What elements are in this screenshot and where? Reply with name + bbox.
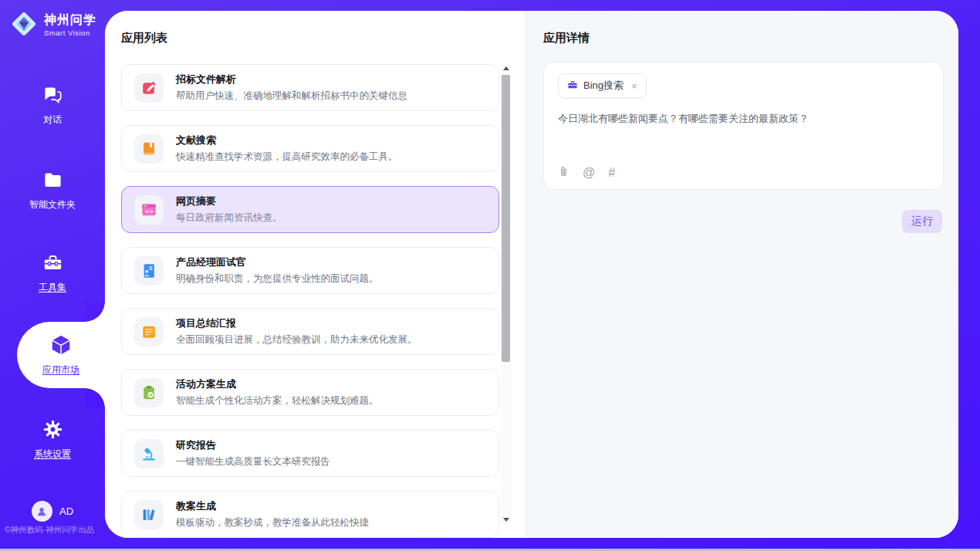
brand-diamond-icon — [9, 9, 39, 42]
paperclip-icon[interactable] — [558, 165, 569, 181]
gear-icon — [42, 419, 63, 442]
toolbox-icon — [42, 252, 63, 276]
brand-title: 神州问学 — [44, 14, 96, 27]
calendar-note-icon — [134, 317, 164, 346]
app-card-desc: 每日政府新闻资讯快查。 — [176, 211, 282, 225]
app-card-desc: 模板驱动，教案秒成，教学准备从此轻松快捷 — [176, 516, 369, 529]
sidebar-item-app-market[interactable]: 应用市场 — [17, 322, 105, 388]
cube-icon — [49, 333, 73, 359]
scrollbar-up-arrow-icon[interactable] — [501, 64, 511, 73]
app-card-title: 招标文件解析 — [176, 73, 407, 86]
sidebar-item-label: 工具集 — [39, 281, 66, 294]
app-detail-panel: 应用详情 Bing搜索 × 今日湖北有哪些新闻要点？有哪些需要关注的最新政策？ — [525, 11, 958, 538]
tool-tag-label: Bing搜索 — [583, 79, 623, 93]
app-card[interactable]: 文献搜索 快速精准查找学术资源，提高研究效率的必备工具。 — [121, 125, 499, 172]
book-icon — [134, 134, 164, 164]
user-account[interactable]: AD — [0, 501, 105, 522]
run-button[interactable]: 运行 — [902, 210, 942, 233]
app-card-list: 招标文件解析 帮助用户快速、准确地理解和解析招标书中的关键信息 文献搜索 — [121, 64, 499, 538]
content-area: 应用列表 招标文件解析 帮助用户快速、准确地理解和解析招标书中的关键信息 — [105, 11, 958, 538]
query-composer[interactable]: Bing搜索 × 今日湖北有哪些新闻要点？有哪些需要关注的最新政策？ @ # — [543, 62, 944, 190]
list-scrollbar[interactable] — [501, 64, 511, 524]
app-card[interactable]: 招标文件解析 帮助用户快速、准确地理解和解析招标书中的关键信息 — [121, 64, 499, 111]
app-card[interactable]: 活动方案生成 智能生成个性化活动方案，轻松解决规划难题。 — [121, 369, 499, 416]
app-card-title: 活动方案生成 — [176, 377, 379, 391]
app-card[interactable]: 产品经理面试官 明确身份和职责，为您提供专业性的面试问题。 — [121, 247, 499, 294]
at-mention-icon[interactable]: @ — [583, 167, 595, 179]
tool-tag-bing-search[interactable]: Bing搜索 × — [558, 73, 647, 98]
app-card[interactable]: 教案生成 模板驱动，教案秒成，教学准备从此轻松快捷 — [121, 491, 499, 538]
microscope-icon — [134, 439, 164, 468]
app-card-desc: 明确身份和职责，为您提供专业性的面试问题。 — [176, 272, 379, 286]
chat-icon — [42, 85, 63, 108]
sidebar-item-label: 系统设置 — [34, 448, 71, 461]
sidebar-item-settings[interactable]: 系统设置 — [0, 419, 105, 461]
app-card-title: 教案生成 — [176, 499, 369, 513]
sidebar-item-smart-folder[interactable]: 智能文件夹 — [0, 170, 105, 211]
app-card-title: 文献搜索 — [176, 134, 398, 147]
user-name: AD — [59, 505, 73, 517]
avatar — [32, 501, 52, 522]
copyright-text: ©神州数码·神州问学出品 — [5, 525, 105, 536]
app-list-panel: 应用列表 招标文件解析 帮助用户快速、准确地理解和解析招标书中的关键信息 — [105, 11, 525, 538]
books-icon — [134, 500, 164, 529]
sidebar-item-toolset[interactable]: 工具集 — [0, 252, 105, 294]
app-card-title: 研究报告 — [176, 438, 330, 452]
sidebar-item-label: 对话 — [43, 113, 62, 127]
app-card-title: 网页摘要 — [176, 194, 282, 208]
browser-code-icon: </> — [134, 195, 164, 225]
edit-square-icon — [134, 73, 164, 103]
app-detail-title: 应用详情 — [543, 31, 590, 46]
briefcase-icon — [567, 79, 578, 93]
app-card-desc: 帮助用户快速、准确地理解和解析招标书中的关键信息 — [176, 90, 407, 103]
app-window: 神州问学 Smart Vision 对话 智能文件夹 — [0, 0, 980, 551]
person-doc-icon — [134, 256, 164, 286]
app-card-desc: 一键智能生成高质量长文本研究报告 — [176, 455, 330, 468]
sidebar: 神州问学 Smart Vision 对话 智能文件夹 — [0, 0, 105, 549]
composer-toolbar: @ # — [558, 165, 615, 181]
clipboard-check-icon — [134, 378, 164, 407]
query-text[interactable]: 今日湖北有哪些新闻要点？有哪些需要关注的最新政策？ — [558, 111, 929, 127]
close-icon[interactable]: × — [631, 80, 637, 92]
app-card-title: 产品经理面试官 — [176, 255, 379, 269]
app-card-desc: 快速精准查找学术资源，提高研究效率的必备工具。 — [176, 150, 398, 164]
sidebar-item-chat[interactable]: 对话 — [0, 85, 105, 127]
app-card-selected[interactable]: </> 网页摘要 每日政府新闻资讯快查。 — [121, 186, 499, 233]
app-list-title: 应用列表 — [121, 31, 167, 46]
app-card-desc: 智能生成个性化活动方案，轻松解决规划难题。 — [176, 394, 379, 407]
brand-subtitle: Smart Vision — [44, 29, 96, 37]
brand-logo: 神州问学 Smart Vision — [9, 9, 96, 42]
scrollbar-thumb[interactable] — [502, 75, 510, 362]
sidebar-item-label: 应用市场 — [42, 363, 79, 377]
app-card-title: 项目总结汇报 — [176, 316, 417, 330]
svg-text:</>: </> — [145, 208, 154, 213]
sidebar-item-label: 智能文件夹 — [29, 198, 76, 211]
scrollbar-down-arrow-icon[interactable] — [501, 516, 511, 524]
hash-icon[interactable]: # — [608, 167, 615, 179]
app-card[interactable]: 研究报告 一键智能生成高质量长文本研究报告 — [121, 430, 499, 477]
app-card[interactable]: 项目总结汇报 全面回顾项目进展，总结经验教训，助力未来优化发展。 — [121, 308, 499, 355]
app-card-desc: 全面回顾项目进展，总结经验教训，助力未来优化发展。 — [176, 333, 417, 346]
folder-icon — [42, 170, 63, 193]
